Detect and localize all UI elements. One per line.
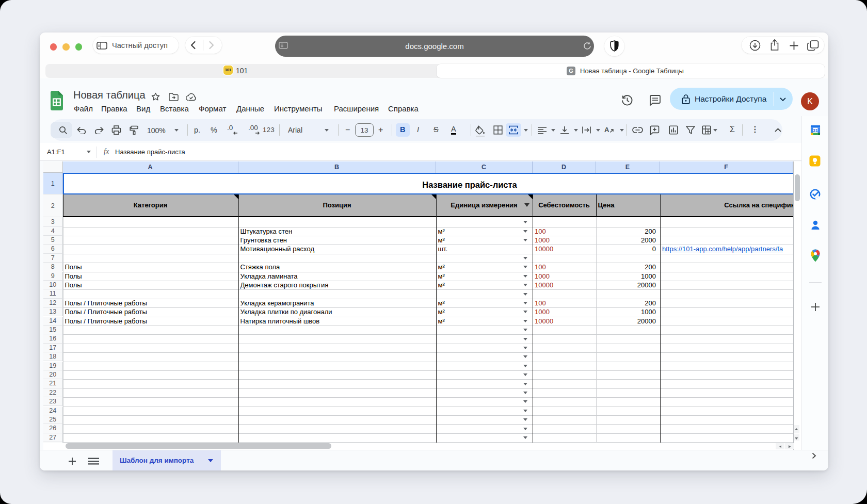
svg-text:31: 31 [813,128,818,133]
svg-text:A: A [604,126,609,134]
